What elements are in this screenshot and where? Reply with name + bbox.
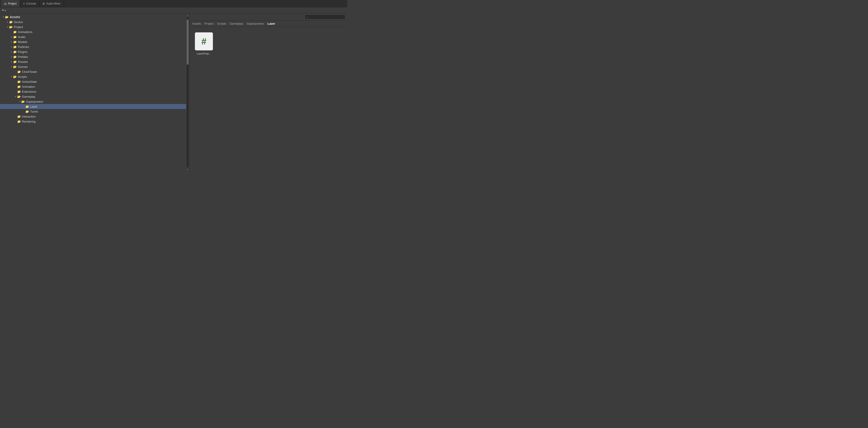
breadcrumb-sep-2: › [215, 22, 216, 25]
breadcrumb-gameplay[interactable]: Gameplay [230, 22, 243, 25]
folder-icon-gameplay: 📂 [17, 95, 21, 98]
expand-arrow-superpowers[interactable]: ▾ [18, 100, 21, 103]
tree-label-assets: Assets [10, 15, 20, 19]
file-tree-panel: ▾📂Assets▸📁Oculus▾📂Project📁Animations▸📁Au… [0, 13, 189, 171]
tree-item-oculus[interactable]: ▸📁Oculus [0, 20, 186, 24]
tree-label-activestate: ActiveState [22, 80, 37, 84]
expand-arrow-scenes[interactable]: ▾ [10, 66, 13, 68]
expand-arrow-project[interactable]: ▾ [6, 26, 9, 28]
folder-icon-turret: 📁 [25, 110, 29, 113]
tab-audio-mixer-label: Audio Mixer [46, 2, 60, 5]
folder-icon-rendering: 📁 [17, 120, 21, 123]
tree-item-clocktower[interactable]: 📁ClockTower [0, 69, 186, 74]
tree-item-prefabs[interactable]: ▸📁Prefabs [0, 54, 186, 59]
breadcrumb-project[interactable]: Project [205, 22, 214, 25]
file-icon-wrapper: # [195, 32, 213, 51]
tree-item-plugins[interactable]: ▸📁Plugins [0, 49, 186, 54]
expand-arrow-assets[interactable]: ▾ [2, 16, 5, 18]
project-tab-icon: 🗂 [4, 2, 7, 5]
tree-item-models[interactable]: ▸📁Models [0, 39, 186, 44]
main-layout: ▾📂Assets▸📁Oculus▾📂Project📁Animations▸📁Au… [0, 13, 347, 171]
tree-item-gameplay[interactable]: ▾📂Gameplay [0, 94, 186, 99]
search-input[interactable] [309, 16, 344, 19]
console-tab-icon: ≡ [23, 2, 25, 5]
expand-arrow-prefabs[interactable]: ▸ [10, 56, 13, 58]
tree-label-gameplay: Gameplay [22, 95, 35, 98]
expand-arrow-scripts[interactable]: ▾ [10, 75, 13, 78]
tree-item-lazer[interactable]: 📁Lazer [0, 104, 186, 109]
tree-label-project: Project [14, 25, 23, 29]
tree-label-extensions: Extensions [22, 90, 36, 93]
folder-icon-scenes: 📂 [13, 65, 17, 68]
tree-label-animations: Animations [18, 30, 32, 34]
tree-item-scripts[interactable]: ▾📂Scripts [0, 74, 186, 79]
tab-console-label: Console [26, 2, 36, 5]
folder-icon-particles: 📁 [13, 45, 17, 49]
tree-label-presets: Presets [18, 60, 28, 64]
tree-item-extensions[interactable]: 📁Extensions [0, 89, 186, 94]
tree-label-plugins: Plugins [18, 50, 28, 54]
tree-label-superpowers: Superpowers [26, 100, 43, 103]
folder-icon-oculus: 📁 [9, 20, 13, 24]
audio-mixer-tab-icon: ⊞ [42, 2, 45, 5]
folder-icon-models: 📁 [13, 40, 17, 43]
search-bar: ⌕ [189, 13, 347, 21]
tab-project[interactable]: 🗂 Project [1, 0, 20, 7]
folder-icon-audio: 📁 [13, 35, 17, 39]
tree-label-oculus: Oculus [14, 20, 23, 24]
folder-icon-animations: 📁 [13, 30, 17, 34]
tree-item-presets[interactable]: ▸📁Presets [0, 59, 186, 64]
breadcrumb-sep-3: › [228, 22, 228, 25]
scrollbar-thumb[interactable] [187, 20, 188, 65]
breadcrumb-sep-1: › [202, 22, 203, 25]
tree-scrollbar: ▴ ▾ [186, 13, 189, 171]
breadcrumb-superpowers[interactable]: Superpowers [247, 22, 264, 25]
folder-icon-project: 📂 [9, 25, 13, 29]
tree-item-turret[interactable]: 📁Turret [0, 109, 186, 114]
tree-item-animation[interactable]: 📁Animation [0, 84, 186, 89]
expand-arrow-gameplay[interactable]: ▾ [14, 95, 17, 98]
file-tree-content[interactable]: ▾📂Assets▸📁Oculus▾📂Project📁Animations▸📁Au… [0, 13, 186, 171]
breadcrumb-sep-4: › [244, 22, 245, 25]
tree-item-interaction[interactable]: 📁Interaction [0, 114, 186, 119]
folder-icon-animation: 📁 [17, 85, 21, 88]
breadcrumb-scripts[interactable]: Scripts [217, 22, 226, 25]
tab-audio-mixer[interactable]: ⊞ Audio Mixer [39, 0, 64, 7]
tree-item-audio[interactable]: ▸📁Audio [0, 34, 186, 39]
tree-label-rendering: Rendering [22, 120, 35, 123]
tree-item-superpowers[interactable]: ▾📂Superpowers [0, 99, 186, 104]
tree-label-audio: Audio [18, 35, 25, 39]
scrollbar-up-arrow[interactable]: ▴ [186, 13, 189, 17]
expand-arrow-particles[interactable]: ▸ [10, 46, 13, 48]
tree-label-particles: Particles [18, 45, 29, 49]
folder-icon-interaction: 📁 [17, 115, 21, 118]
tree-item-rendering[interactable]: 📁Rendering [0, 119, 186, 124]
search-input-wrapper[interactable]: ⌕ [305, 14, 345, 20]
folder-icon-superpowers: 📂 [21, 100, 25, 103]
file-item-lazerproje[interactable]: # LazerProje... [193, 31, 215, 57]
add-button[interactable]: + ▾ [2, 8, 6, 13]
breadcrumb: Assets › Project › Scripts › Gameplay › … [189, 21, 347, 27]
expand-arrow-audio[interactable]: ▸ [10, 36, 13, 38]
tree-item-project[interactable]: ▾📂Project [0, 24, 186, 29]
tree-item-scenes[interactable]: ▾📂Scenes [0, 64, 186, 69]
folder-icon-assets: 📂 [5, 16, 8, 19]
breadcrumb-assets[interactable]: Assets [192, 22, 201, 25]
tree-item-assets[interactable]: ▾📂Assets [0, 14, 186, 20]
tree-item-activestate[interactable]: 📁ActiveState [0, 79, 186, 84]
tree-label-lazer: Lazer [30, 105, 37, 108]
tab-console[interactable]: ≡ Console [20, 0, 39, 7]
expand-arrow-presets[interactable]: ▸ [10, 61, 13, 63]
add-icon: + [2, 8, 4, 13]
tree-item-particles[interactable]: ▸📁Particles [0, 44, 186, 49]
tree-label-turret: Turret [30, 110, 38, 113]
expand-arrow-models[interactable]: ▸ [10, 41, 13, 43]
expand-arrow-oculus[interactable]: ▸ [6, 21, 9, 23]
folder-icon-extensions: 📁 [17, 90, 21, 93]
expand-arrow-plugins[interactable]: ▸ [10, 51, 13, 53]
breadcrumb-lazer: Lazer [268, 22, 275, 25]
tree-item-animations[interactable]: 📁Animations [0, 29, 186, 34]
tree-label-models: Models [18, 40, 27, 43]
tab-project-label: Project [8, 2, 17, 5]
scrollbar-down-arrow[interactable]: ▾ [186, 168, 189, 171]
